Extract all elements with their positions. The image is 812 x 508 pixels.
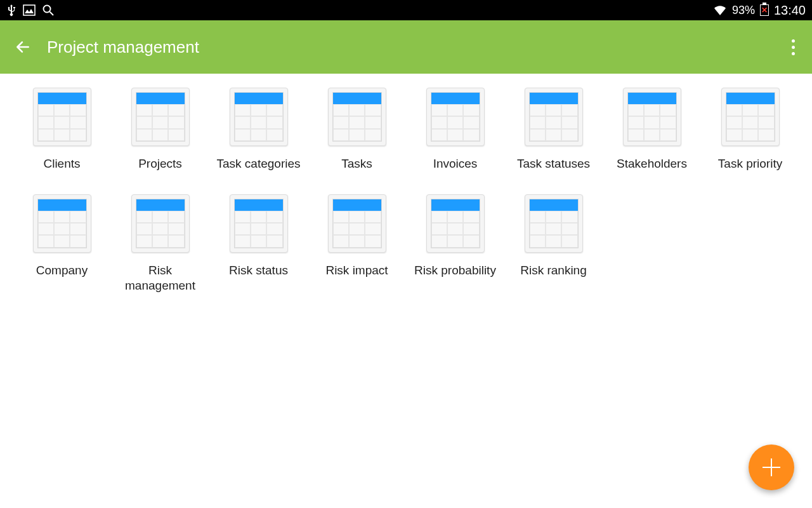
tile-label: Task priority	[718, 156, 782, 171]
tile-invoices[interactable]: Invoices	[411, 88, 499, 171]
table-icon	[525, 194, 583, 253]
battery-icon: ✕	[760, 4, 769, 16]
tile-label: Stakeholders	[617, 156, 687, 171]
svg-rect-0	[23, 5, 35, 15]
tile-projects[interactable]: Projects	[116, 88, 204, 171]
battery-percent-label: 93%	[732, 4, 755, 17]
tile-label: Tasks	[341, 156, 372, 171]
table-icon	[33, 88, 91, 146]
tile-task-priority[interactable]: Task priority	[706, 88, 794, 171]
status-right-icons: 93% ✕ 13:40	[713, 3, 806, 18]
table-icon	[131, 194, 190, 253]
tile-company[interactable]: Company	[18, 194, 106, 293]
content-area: ClientsProjectsTask categoriesTasksInvoi…	[0, 74, 812, 307]
table-icon	[131, 88, 190, 146]
tile-label: Risk impact	[325, 263, 388, 278]
tile-risk-ranking[interactable]: Risk ranking	[509, 194, 598, 293]
tile-risk-probability[interactable]: Risk probability	[411, 194, 499, 293]
table-icon	[623, 88, 681, 146]
tile-label: Risk ranking	[520, 263, 587, 278]
table-icon	[426, 194, 485, 253]
svg-line-2	[50, 12, 54, 16]
clock-label: 13:40	[774, 3, 806, 18]
back-button[interactable]	[13, 37, 33, 57]
tile-risk-status[interactable]: Risk status	[214, 194, 303, 293]
table-icon	[525, 88, 583, 146]
tile-label: Company	[36, 263, 88, 278]
tile-label: Projects	[138, 156, 182, 171]
tile-task-statuses[interactable]: Task statuses	[509, 88, 598, 171]
table-icon	[33, 194, 91, 253]
status-left-icons	[6, 4, 55, 17]
search-icon	[42, 4, 55, 17]
tile-label: Risk status	[229, 263, 288, 278]
tiles-grid: ClientsProjectsTask categoriesTasksInvoi…	[18, 88, 794, 293]
tile-label: Risk probability	[414, 263, 496, 278]
tile-label: Task statuses	[517, 156, 590, 171]
table-icon	[230, 88, 288, 146]
table-icon	[230, 194, 288, 253]
tile-label: Risk management	[116, 263, 204, 293]
tile-clients[interactable]: Clients	[18, 88, 106, 171]
add-fab[interactable]	[749, 444, 794, 490]
tile-stakeholders[interactable]: Stakeholders	[608, 88, 696, 171]
tile-label: Task categories	[216, 156, 300, 171]
tile-tasks[interactable]: Tasks	[313, 88, 401, 171]
tile-risk-impact[interactable]: Risk impact	[313, 194, 401, 293]
tile-label: Invoices	[433, 156, 478, 171]
overflow-menu-button[interactable]	[785, 34, 801, 60]
svg-point-1	[44, 6, 51, 13]
table-icon	[426, 88, 485, 146]
tile-risk-management[interactable]: Risk management	[116, 194, 204, 293]
usb-icon	[6, 4, 16, 17]
tile-label: Clients	[43, 156, 80, 171]
app-bar: Project management	[0, 20, 812, 74]
table-icon	[328, 88, 386, 146]
page-title: Project management	[47, 37, 199, 57]
table-icon	[328, 194, 386, 253]
wifi-icon	[713, 4, 727, 16]
android-status-bar: 93% ✕ 13:40	[0, 0, 812, 20]
table-icon	[721, 88, 780, 146]
tile-task-categories[interactable]: Task categories	[214, 88, 303, 171]
picture-icon	[23, 4, 36, 16]
